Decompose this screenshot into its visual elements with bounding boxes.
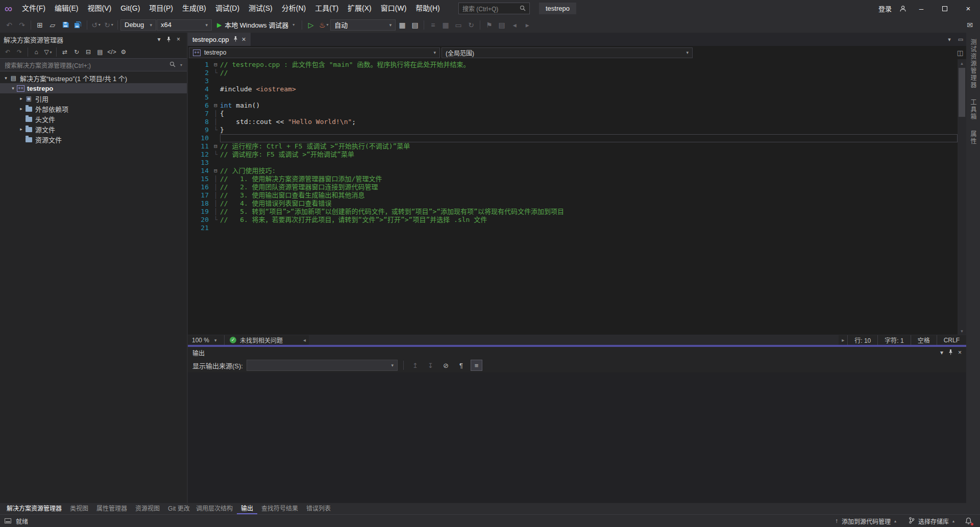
spaces-indicator[interactable]: 空格 [911,335,937,345]
tab-output[interactable]: 输出 [237,503,257,514]
code-editor[interactable]: 1⊟// testrepo.cpp : 此文件包含 "main" 函数。程序执行… [188,59,966,335]
code-line[interactable]: 11⊟// 运行程序: Ctrl + F5 或调试 >“开始执行(不调试)”菜单 [188,142,958,150]
eol-indicator[interactable]: CRLF [937,335,966,345]
menu-extensions[interactable]: 扩展(X) [343,0,376,17]
next-message-icon[interactable]: ↧ [425,360,436,371]
code-line[interactable]: 18│// 4. 使用错误列表窗口查看错误 [188,199,958,208]
code-line[interactable]: 1⊟// testrepo.cpp : 此文件包含 "main" 函数。程序执行… [188,61,958,69]
tree-item-header-files[interactable]: 头文件 [0,114,187,124]
watch-mode-dropdown[interactable]: 自动▾ [330,19,396,31]
open-file-icon[interactable]: ▱ [46,19,59,31]
tab-properties[interactable]: 属性 [969,131,977,145]
maximize-button[interactable] [933,0,957,17]
show-all-files-icon[interactable]: ▤ [94,47,106,58]
scroll-up-icon[interactable]: ▴ [958,59,966,67]
tab-solution-explorer[interactable]: 解决方案资源管理器 [3,503,66,514]
code-line[interactable]: 15│// 1. 使用解决方案资源管理器窗口添加/管理文件 [188,175,958,183]
minimize-button[interactable]: – [910,0,933,17]
refresh-icon[interactable]: ↻ [71,47,82,58]
output-source-dropdown[interactable]: ▾ [247,360,398,371]
tab-call-hierarchy[interactable]: 调用层次结构 [192,503,237,514]
menu-debug[interactable]: 调试(D) [211,0,244,17]
select-repository-button[interactable]: 选择存储库 ▴ [903,515,960,527]
word-wrap-icon[interactable]: ¶ [455,360,467,371]
menu-file[interactable]: 文件(F) [17,0,50,17]
diagnostics-icon[interactable]: ▭ [452,19,464,31]
code-line[interactable]: 21 [188,224,958,232]
search-options-icon[interactable]: ▾ [180,63,182,67]
code-line[interactable]: 7│{ [188,110,958,118]
code-line[interactable]: 17│// 3. 使用输出窗口查看生成输出和其他消息 [188,191,958,199]
code-line[interactable]: 19│// 5. 转到“项目”>“添加新项”以创建新的代码文件，或转到“项目”>… [188,208,958,216]
fold-collapse-icon[interactable]: ⊟ [211,142,220,150]
code-line[interactable]: 9└} [188,126,958,134]
pin-tab-icon[interactable] [233,36,238,43]
code-line[interactable]: 16│// 2. 使用团队资源管理器窗口连接到源代码管理 [188,183,958,191]
line-indicator[interactable]: 行: 10 [847,335,877,345]
project-scope-dropdown[interactable]: ++ testrepo ▾ [189,47,440,58]
hscroll-left-icon[interactable]: ◂ [300,337,309,343]
tab-class-view[interactable]: 类视图 [66,503,92,514]
solution-search-input[interactable]: 搜索解决方案资源管理器(Ctrl+;) ▾ [0,59,187,71]
menu-analyze[interactable]: 分析(N) [277,0,310,17]
attach-to-process-icon[interactable]: ▦ [396,19,408,31]
back-icon[interactable]: ↶ [2,47,13,58]
forward-icon[interactable]: ↷ [14,47,25,58]
tree-item-source-files[interactable]: ▸ 源文件 [0,124,187,134]
hot-reload-icon[interactable]: ♨▾ [317,19,330,31]
tab-property-manager[interactable]: 属性管理器 [92,503,131,514]
tab-testrepo-cpp[interactable]: testrepo.cpp × [188,33,251,46]
code-line[interactable]: 20└// 6. 将来，若要再次打开此项目，请转到“文件”>“打开”>“项目”并… [188,216,958,224]
sign-in-link[interactable]: 登录 [878,4,892,13]
start-debugging-button[interactable]: ▶ 本地 Windows 调试器 ▾ [212,19,299,31]
previous-bookmark-icon[interactable]: ◂ [508,19,521,31]
background-tasks-icon[interactable] [5,518,11,523]
code-line[interactable]: 13 [188,159,958,167]
pin-icon[interactable] [164,35,174,44]
zoom-dropdown[interactable]: 100 % ▾ [188,335,225,345]
clear-all-icon[interactable]: ⊘ [440,360,452,371]
menu-help[interactable]: 帮助(H) [411,0,444,17]
health-status-text[interactable]: 未找到相关问题 [240,336,283,344]
fold-collapse-icon[interactable]: ⊟ [211,102,220,110]
autoscroll-icon[interactable]: ≡ [471,360,482,371]
add-to-source-control-button[interactable]: ↑ 添加到源代码管理 ▴ [829,515,902,527]
collapse-icon[interactable]: ▸ [17,96,25,101]
float-window-icon[interactable]: ▭ [955,33,966,46]
notifications-bell-icon[interactable] [961,515,975,527]
scrollbar-thumb[interactable] [959,68,965,117]
pin-icon[interactable] [948,349,953,357]
code-line[interactable]: 14⊟// 入门使用技巧: [188,167,958,175]
search-input[interactable]: 搜索 (Ctrl+Q) [458,3,530,14]
start-without-debugging-icon[interactable]: ▷ [305,19,317,31]
output-content[interactable] [188,372,966,503]
code-line[interactable]: 3 [188,77,958,85]
expand-icon[interactable]: ▾ [9,86,17,91]
code-line[interactable]: 8│ std::cout << "Hello World!\n"; [188,118,958,126]
menu-view[interactable]: 视图(V) [83,0,116,17]
tab-resource-view[interactable]: 资源视图 [131,503,164,514]
tab-toolbox[interactable]: 工具箱 [969,99,977,120]
save-icon[interactable] [59,19,71,31]
menu-test[interactable]: 测试(S) [244,0,277,17]
properties-icon[interactable]: ⚙ [118,47,129,58]
scroll-down-icon[interactable]: ▾ [958,327,966,335]
tree-item-external-dependencies[interactable]: ▸ 外部依赖项 [0,104,187,114]
next-bookmark-icon[interactable]: ▸ [521,19,533,31]
memory-window-icon[interactable]: ▦ [439,19,452,31]
column-indicator[interactable]: 字符: 1 [877,335,910,345]
close-output-icon[interactable]: × [958,349,962,356]
code-line[interactable]: 12└// 调试程序: F5 或调试 >“开始调试”菜单 [188,150,958,159]
expand-icon[interactable]: ▾ [2,76,10,81]
configuration-dropdown[interactable]: Debug▾ [120,19,156,31]
menu-project[interactable]: 项目(P) [144,0,178,17]
home-icon[interactable]: ⌂ [31,47,42,58]
bookmark-icon[interactable]: ⚑ [483,19,495,31]
tree-item-solution[interactable]: ▾ ▤ 解决方案“testrepo”(1 个项目/共 1 个) [0,73,187,83]
collapse-icon[interactable]: ▸ [17,106,25,111]
close-button[interactable]: × [957,0,980,17]
window-menu-icon[interactable]: ▾ [940,349,943,356]
health-check-icon[interactable]: ✓ [230,337,236,343]
breakpoints-icon[interactable]: ≡ [427,19,439,31]
undo-icon[interactable]: ↺▾ [90,19,102,31]
